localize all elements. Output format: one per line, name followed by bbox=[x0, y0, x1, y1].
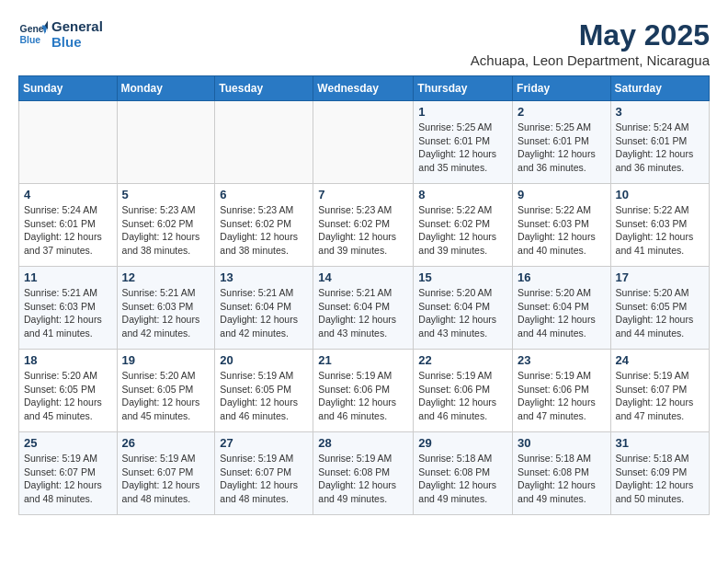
day-info: Sunrise: 5:20 AM Sunset: 6:05 PM Dayligh… bbox=[122, 369, 210, 423]
calendar-body: 1Sunrise: 5:25 AM Sunset: 6:01 PM Daylig… bbox=[19, 101, 710, 515]
title-section: May 2025 Achuapa, Leon Department, Nicar… bbox=[471, 18, 710, 68]
day-number: 15 bbox=[418, 270, 507, 284]
header-cell-saturday: Saturday bbox=[610, 76, 709, 101]
day-number: 2 bbox=[518, 105, 606, 119]
day-number: 9 bbox=[518, 188, 606, 201]
day-number: 10 bbox=[616, 188, 704, 201]
day-info: Sunrise: 5:20 AM Sunset: 6:04 PM Dayligh… bbox=[418, 286, 507, 340]
day-cell: 29Sunrise: 5:18 AM Sunset: 6:08 PM Dayli… bbox=[414, 432, 513, 515]
day-info: Sunrise: 5:22 AM Sunset: 6:03 PM Dayligh… bbox=[518, 203, 606, 258]
day-cell: 27Sunrise: 5:19 AM Sunset: 6:07 PM Dayli… bbox=[215, 432, 313, 515]
day-number: 11 bbox=[24, 270, 112, 284]
day-info: Sunrise: 5:18 AM Sunset: 6:09 PM Dayligh… bbox=[616, 452, 704, 506]
day-cell: 25Sunrise: 5:19 AM Sunset: 6:07 PM Dayli… bbox=[19, 432, 118, 515]
day-cell: 1Sunrise: 5:25 AM Sunset: 6:01 PM Daylig… bbox=[414, 101, 513, 184]
location-title: Achuapa, Leon Department, Nicaragua bbox=[471, 52, 710, 68]
header-cell-wednesday: Wednesday bbox=[313, 76, 414, 101]
header-cell-thursday: Thursday bbox=[414, 76, 513, 101]
day-info: Sunrise: 5:19 AM Sunset: 6:06 PM Dayligh… bbox=[318, 369, 408, 423]
day-info: Sunrise: 5:21 AM Sunset: 6:03 PM Dayligh… bbox=[24, 286, 112, 340]
day-number: 8 bbox=[418, 188, 507, 201]
day-info: Sunrise: 5:19 AM Sunset: 6:07 PM Dayligh… bbox=[122, 452, 210, 506]
day-cell: 9Sunrise: 5:22 AM Sunset: 6:03 PM Daylig… bbox=[513, 184, 611, 267]
day-cell: 2Sunrise: 5:25 AM Sunset: 6:01 PM Daylig… bbox=[513, 101, 611, 184]
day-info: Sunrise: 5:24 AM Sunset: 6:01 PM Dayligh… bbox=[616, 121, 704, 175]
day-cell: 12Sunrise: 5:21 AM Sunset: 6:03 PM Dayli… bbox=[117, 267, 215, 350]
day-number: 19 bbox=[122, 353, 210, 367]
day-info: Sunrise: 5:23 AM Sunset: 6:02 PM Dayligh… bbox=[318, 203, 408, 258]
day-cell: 6Sunrise: 5:23 AM Sunset: 6:02 PM Daylig… bbox=[215, 184, 313, 267]
page-header: General Blue General Blue May 2025 Achua… bbox=[18, 18, 710, 68]
day-cell: 19Sunrise: 5:20 AM Sunset: 6:05 PM Dayli… bbox=[117, 350, 215, 432]
day-cell: 26Sunrise: 5:19 AM Sunset: 6:07 PM Dayli… bbox=[117, 432, 215, 515]
week-row-4: 18Sunrise: 5:20 AM Sunset: 6:05 PM Dayli… bbox=[19, 350, 710, 432]
day-cell: 5Sunrise: 5:23 AM Sunset: 6:02 PM Daylig… bbox=[117, 184, 215, 267]
day-cell bbox=[313, 101, 414, 184]
day-number: 17 bbox=[616, 270, 704, 284]
day-number: 27 bbox=[220, 436, 308, 450]
day-number: 26 bbox=[122, 436, 210, 450]
calendar-table: SundayMondayTuesdayWednesdayThursdayFrid… bbox=[18, 75, 710, 515]
day-info: Sunrise: 5:19 AM Sunset: 6:08 PM Dayligh… bbox=[318, 452, 408, 506]
day-number: 13 bbox=[220, 270, 308, 284]
day-info: Sunrise: 5:23 AM Sunset: 6:02 PM Dayligh… bbox=[122, 203, 210, 258]
day-number: 23 bbox=[518, 353, 606, 367]
day-cell: 17Sunrise: 5:20 AM Sunset: 6:05 PM Dayli… bbox=[610, 267, 709, 350]
day-cell: 30Sunrise: 5:18 AM Sunset: 6:08 PM Dayli… bbox=[513, 432, 611, 515]
calendar-header: SundayMondayTuesdayWednesdayThursdayFrid… bbox=[19, 76, 710, 101]
month-title: May 2025 bbox=[471, 18, 710, 52]
day-cell: 22Sunrise: 5:19 AM Sunset: 6:06 PM Dayli… bbox=[414, 350, 513, 432]
svg-text:Blue: Blue bbox=[20, 35, 41, 45]
day-number: 20 bbox=[220, 353, 308, 367]
day-cell: 24Sunrise: 5:19 AM Sunset: 6:07 PM Dayli… bbox=[610, 350, 709, 432]
header-cell-tuesday: Tuesday bbox=[215, 76, 313, 101]
header-cell-friday: Friday bbox=[513, 76, 611, 101]
day-number: 7 bbox=[318, 188, 408, 201]
day-number: 5 bbox=[122, 188, 210, 201]
day-cell: 21Sunrise: 5:19 AM Sunset: 6:06 PM Dayli… bbox=[313, 350, 414, 432]
day-info: Sunrise: 5:18 AM Sunset: 6:08 PM Dayligh… bbox=[518, 452, 606, 506]
day-number: 29 bbox=[418, 436, 507, 450]
day-number: 28 bbox=[318, 436, 408, 450]
day-number: 22 bbox=[418, 353, 507, 367]
day-cell: 4Sunrise: 5:24 AM Sunset: 6:01 PM Daylig… bbox=[19, 184, 118, 267]
day-number: 12 bbox=[122, 270, 210, 284]
day-cell: 3Sunrise: 5:24 AM Sunset: 6:01 PM Daylig… bbox=[610, 101, 709, 184]
day-cell: 14Sunrise: 5:21 AM Sunset: 6:04 PM Dayli… bbox=[313, 267, 414, 350]
day-cell: 18Sunrise: 5:20 AM Sunset: 6:05 PM Dayli… bbox=[19, 350, 118, 432]
day-cell bbox=[117, 101, 215, 184]
week-row-3: 11Sunrise: 5:21 AM Sunset: 6:03 PM Dayli… bbox=[19, 267, 710, 350]
day-cell: 15Sunrise: 5:20 AM Sunset: 6:04 PM Dayli… bbox=[414, 267, 513, 350]
day-number: 21 bbox=[318, 353, 408, 367]
day-number: 3 bbox=[616, 105, 704, 119]
day-info: Sunrise: 5:19 AM Sunset: 6:06 PM Dayligh… bbox=[518, 369, 606, 423]
day-cell: 10Sunrise: 5:22 AM Sunset: 6:03 PM Dayli… bbox=[610, 184, 709, 267]
day-info: Sunrise: 5:23 AM Sunset: 6:02 PM Dayligh… bbox=[220, 203, 308, 258]
day-info: Sunrise: 5:22 AM Sunset: 6:03 PM Dayligh… bbox=[616, 203, 704, 258]
week-row-1: 1Sunrise: 5:25 AM Sunset: 6:01 PM Daylig… bbox=[19, 101, 710, 184]
logo-line1: General bbox=[51, 18, 103, 34]
day-number: 16 bbox=[518, 270, 606, 284]
day-cell: 13Sunrise: 5:21 AM Sunset: 6:04 PM Dayli… bbox=[215, 267, 313, 350]
day-info: Sunrise: 5:19 AM Sunset: 6:05 PM Dayligh… bbox=[220, 369, 308, 423]
day-info: Sunrise: 5:20 AM Sunset: 6:04 PM Dayligh… bbox=[518, 286, 606, 340]
day-cell: 28Sunrise: 5:19 AM Sunset: 6:08 PM Dayli… bbox=[313, 432, 414, 515]
day-info: Sunrise: 5:21 AM Sunset: 6:03 PM Dayligh… bbox=[122, 286, 210, 340]
day-cell bbox=[215, 101, 313, 184]
week-row-2: 4Sunrise: 5:24 AM Sunset: 6:01 PM Daylig… bbox=[19, 184, 710, 267]
day-cell bbox=[19, 101, 118, 184]
logo-line2: Blue bbox=[51, 34, 103, 50]
day-cell: 20Sunrise: 5:19 AM Sunset: 6:05 PM Dayli… bbox=[215, 350, 313, 432]
day-info: Sunrise: 5:19 AM Sunset: 6:06 PM Dayligh… bbox=[418, 369, 507, 423]
day-info: Sunrise: 5:20 AM Sunset: 6:05 PM Dayligh… bbox=[24, 369, 112, 423]
day-info: Sunrise: 5:18 AM Sunset: 6:08 PM Dayligh… bbox=[418, 452, 507, 506]
day-number: 24 bbox=[616, 353, 704, 367]
day-number: 14 bbox=[318, 270, 408, 284]
logo: General Blue General Blue bbox=[18, 18, 103, 50]
day-info: Sunrise: 5:19 AM Sunset: 6:07 PM Dayligh… bbox=[220, 452, 308, 506]
logo-icon: General Blue bbox=[18, 19, 48, 49]
day-info: Sunrise: 5:25 AM Sunset: 6:01 PM Dayligh… bbox=[518, 121, 606, 175]
day-number: 31 bbox=[616, 436, 704, 450]
day-info: Sunrise: 5:19 AM Sunset: 6:07 PM Dayligh… bbox=[24, 452, 112, 506]
day-cell: 7Sunrise: 5:23 AM Sunset: 6:02 PM Daylig… bbox=[313, 184, 414, 267]
